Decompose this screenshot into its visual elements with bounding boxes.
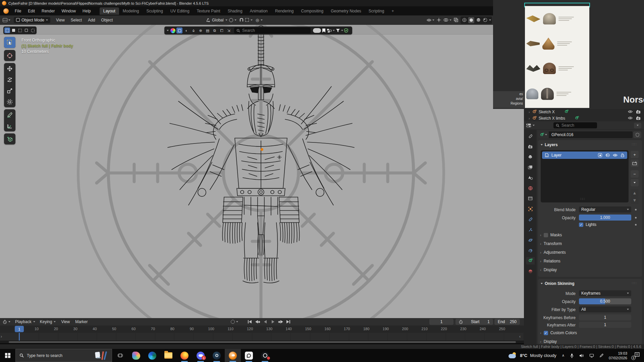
menu-marker[interactable]: Marker xyxy=(75,319,88,324)
filter-toggle-duplicate[interactable]: ⧉ xyxy=(212,27,218,34)
tab-constraints[interactable] xyxy=(526,247,535,254)
onion-panel-header[interactable]: Onion Skinning xyxy=(541,281,575,286)
app-obs[interactable] xyxy=(257,349,273,362)
menu-add[interactable]: Add xyxy=(85,18,98,22)
overlay-search-input[interactable]: Search xyxy=(234,27,311,34)
network-icon[interactable] xyxy=(589,354,594,358)
jump-to-start-button[interactable] xyxy=(247,319,253,324)
move-layer-up-button[interactable]: ▲ xyxy=(631,189,639,196)
tab-rendering[interactable]: Rendering xyxy=(271,7,297,15)
hide-viewport-eye-icon[interactable] xyxy=(628,110,633,113)
app-copilot[interactable] xyxy=(128,349,144,362)
filter-funnel-dropdown[interactable] xyxy=(336,28,343,33)
tray-expand-chevron[interactable]: ∧ xyxy=(562,353,565,358)
play-reverse-button[interactable] xyxy=(262,319,268,324)
expand-arrow-icon[interactable]: › xyxy=(529,116,530,120)
shading-solid-button[interactable] xyxy=(468,17,474,23)
custom-colors-checkbox[interactable]: ✓ xyxy=(544,331,548,335)
select-mode-intersect[interactable] xyxy=(30,27,36,33)
tab-object[interactable] xyxy=(526,205,535,213)
timeline-editor-type-button[interactable] xyxy=(3,320,10,324)
hide-viewport-eye-icon[interactable] xyxy=(628,116,633,120)
fake-user-shield-button[interactable] xyxy=(633,131,641,138)
menu-object[interactable]: Object xyxy=(98,18,116,22)
animate-dot[interactable] xyxy=(635,209,637,210)
expand-arrow-icon[interactable]: › xyxy=(529,110,530,114)
taskbar-search-input[interactable]: Type here to search xyxy=(15,349,112,362)
timeline-ruler[interactable]: 1 10203040506070809010011012013014015016… xyxy=(0,325,524,333)
outliner-row-sketch-x-limbs[interactable]: › Sketch X limbs xyxy=(524,115,644,121)
microphone-icon[interactable] xyxy=(570,353,574,358)
proportional-edit-controls[interactable]: ◎ xyxy=(256,18,263,22)
frame-range-end[interactable]: End250 xyxy=(494,319,520,325)
menu-select[interactable]: Select xyxy=(68,18,85,22)
bookmark-icon[interactable] xyxy=(322,28,326,33)
clock-widget[interactable]: 19:03 07/02/2026 xyxy=(609,351,627,360)
tab-animation[interactable]: Animation xyxy=(246,7,271,15)
app-edge[interactable] xyxy=(144,349,160,362)
xray-toggle[interactable] xyxy=(454,18,458,22)
select-mode-invert[interactable] xyxy=(23,27,29,33)
next-keyframe-button[interactable] xyxy=(277,319,284,324)
layer-onion-icon[interactable] xyxy=(605,153,610,157)
tool-transform[interactable] xyxy=(4,96,15,107)
layer-specials-button[interactable] xyxy=(631,179,639,186)
current-frame-field[interactable]: 1 xyxy=(429,319,453,325)
playhead-line[interactable] xyxy=(19,333,20,341)
gizmos-toggle[interactable] xyxy=(437,18,441,22)
display-mode-dropdown[interactable] xyxy=(327,28,335,33)
filter-toggle-clipboard[interactable]: ⧠ xyxy=(219,27,225,34)
opacity-slider[interactable]: 1.000 xyxy=(579,215,631,221)
panel-display[interactable]: ›Display xyxy=(540,267,557,272)
disable-render-camera-icon[interactable] xyxy=(636,116,641,120)
start-button[interactable] xyxy=(0,349,15,362)
tab-object-data[interactable] xyxy=(526,257,535,264)
filter-toggle-brush[interactable]: ▤ xyxy=(205,27,211,34)
properties-options-button[interactable] xyxy=(634,123,641,128)
panel-relations[interactable]: ›Relations xyxy=(540,259,560,263)
menu-view[interactable]: View xyxy=(53,18,68,22)
properties-search-input[interactable]: Search xyxy=(553,122,597,128)
tab-compositing[interactable]: Compositing xyxy=(297,7,327,15)
tab-layout[interactable]: Layout xyxy=(100,7,119,15)
task-view-button[interactable] xyxy=(112,349,128,362)
shading-rendered-button[interactable] xyxy=(482,17,488,23)
tab-render[interactable] xyxy=(526,143,535,150)
snapping-controls[interactable] xyxy=(239,18,253,22)
speaker-icon[interactable] xyxy=(579,354,584,358)
shading-material-button[interactable] xyxy=(476,17,481,23)
keyframes-after-field[interactable]: 1 xyxy=(579,322,631,328)
menu-file[interactable]: File xyxy=(11,9,24,13)
layer-row-selected[interactable]: Layer xyxy=(542,152,627,159)
select-mode-set[interactable] xyxy=(4,27,10,33)
editor-type-button[interactable] xyxy=(3,18,10,22)
tab-physics[interactable] xyxy=(526,236,535,244)
layer-lock-icon[interactable] xyxy=(621,153,625,157)
notification-center-button[interactable]: 1 xyxy=(633,352,640,359)
tool-rotate[interactable] xyxy=(4,74,15,85)
pivot-point-dropdown[interactable] xyxy=(229,18,236,22)
add-layer-button[interactable]: + xyxy=(631,151,639,158)
layers-panel-grip[interactable]: ⸬⸬ xyxy=(632,142,637,146)
mode-dropdown[interactable]: Object Mode xyxy=(14,17,50,23)
panel-onion-display[interactable]: ›Display xyxy=(540,339,557,344)
lights-row[interactable]: ✓Lights xyxy=(579,222,596,227)
blend-mode-dropdown[interactable]: Regular xyxy=(579,206,631,213)
color-wheel-icon[interactable] xyxy=(170,28,175,33)
app-firefox[interactable] xyxy=(176,349,193,362)
shield-check-icon[interactable] xyxy=(344,28,348,33)
jump-to-end-button[interactable] xyxy=(285,319,291,324)
transform-orientation-dropdown[interactable]: Global xyxy=(206,18,227,22)
app-blender-active[interactable] xyxy=(225,349,241,362)
tab-sculpting[interactable]: Sculpting xyxy=(143,7,167,15)
filter-toggle-import[interactable]: ⇲ xyxy=(226,27,232,34)
tab-material[interactable] xyxy=(526,267,535,275)
weather-widget[interactable]: 8°C Mostly cloudy xyxy=(508,352,556,359)
menu-render[interactable]: Render xyxy=(38,9,58,13)
layer-visibility-eye-icon[interactable] xyxy=(613,154,618,157)
timeline-track[interactable]: › ‹ xyxy=(0,333,524,341)
filter-toggle-globe[interactable]: ⊕ xyxy=(198,27,204,34)
tab-texture-paint[interactable]: Texture Paint xyxy=(193,7,224,15)
blender-menu-icon[interactable] xyxy=(3,8,9,14)
tab-output[interactable] xyxy=(526,153,535,161)
